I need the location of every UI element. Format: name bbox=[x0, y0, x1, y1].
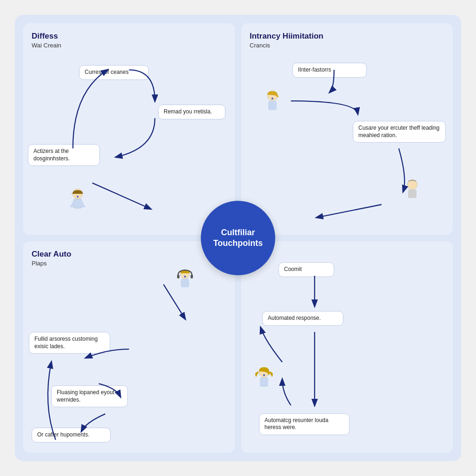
svg-rect-10 bbox=[191, 275, 193, 278]
tl-box-1: Currest of ceanes bbox=[79, 65, 149, 80]
tr-subtitle: Crancis bbox=[250, 42, 444, 49]
avatar-tr-1 bbox=[260, 88, 285, 113]
tr-box-2: Cusare your ercuter theff leading meahie… bbox=[353, 121, 446, 143]
svg-rect-7 bbox=[408, 190, 416, 198]
svg-point-15 bbox=[263, 374, 265, 376]
quadrant-bottom-left: Clear Auto Plaps Fullid arsoress customi… bbox=[23, 241, 235, 453]
bl-subtitle: Plaps bbox=[32, 260, 226, 267]
avatar-br bbox=[251, 365, 277, 390]
diagram-container: Diffess Wai Creain Currest of ceanes Rem… bbox=[15, 15, 461, 461]
br-box-1: Coomit bbox=[278, 262, 334, 277]
quadrant-top-right: Intrancy Hiimitation Crancis IInter-fast… bbox=[241, 23, 453, 235]
svg-point-5 bbox=[271, 98, 273, 99]
tl-arrows bbox=[23, 23, 235, 235]
tr-box-1: IInter-fastorrs bbox=[292, 63, 367, 78]
avatar-tl bbox=[65, 186, 90, 212]
bl-box-2: Fluasing lopaned eyout wernides. bbox=[51, 385, 128, 407]
br-box-3: Automatcg resunter louda heress were. bbox=[259, 413, 350, 435]
svg-point-2 bbox=[77, 196, 79, 198]
bl-title: Clear Auto bbox=[32, 250, 226, 259]
quadrant-bottom-right: Coomit Automated response. Automatcg res… bbox=[241, 241, 453, 453]
tl-subtitle: Wai Creain bbox=[32, 42, 226, 49]
quadrant-top-left: Diffess Wai Creain Currest of ceanes Rem… bbox=[23, 23, 235, 235]
bl-box-3: Or caffer hupoments. bbox=[32, 428, 111, 443]
tr-title: Intrancy Hiimitation bbox=[250, 32, 444, 41]
svg-rect-11 bbox=[181, 279, 189, 287]
svg-rect-9 bbox=[177, 275, 179, 278]
center-circle: Cultfiliar Touchpoints bbox=[201, 201, 275, 275]
tl-box-2: Remad you rretisla. bbox=[158, 105, 225, 119]
tl-title: Diffess bbox=[32, 32, 226, 41]
svg-rect-14 bbox=[260, 377, 268, 387]
br-box-2: Automated response. bbox=[262, 311, 344, 326]
tl-box-3: Actizers at the dosginnhsters. bbox=[28, 144, 100, 166]
avatar-bl bbox=[172, 267, 198, 292]
bl-box-1: Fullid arsoress customing exisic lades. bbox=[29, 332, 110, 354]
svg-point-12 bbox=[184, 276, 186, 278]
avatar-tr-2 bbox=[400, 177, 425, 202]
svg-rect-4 bbox=[268, 101, 277, 110]
